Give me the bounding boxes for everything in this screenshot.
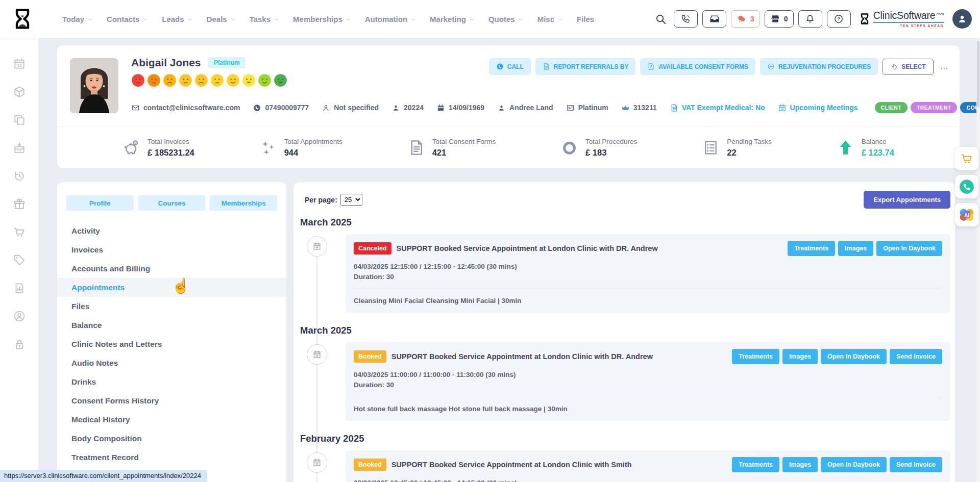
- mood-face-6[interactable]: [210, 73, 224, 87]
- open-in-daybook-button[interactable]: Open In Daybook: [876, 241, 942, 256]
- phone-button[interactable]: [674, 10, 698, 28]
- sidebar-item-files[interactable]: Files: [57, 297, 286, 316]
- consent-form-icon: [647, 63, 655, 70]
- user-avatar[interactable]: [952, 9, 972, 29]
- floating-cart-button[interactable]: [955, 147, 978, 170]
- nav-deals[interactable]: Deals: [207, 15, 236, 23]
- report-referrals-by-button[interactable]: REPORT REFERRALS BY: [535, 58, 636, 75]
- rail-calendar-icon[interactable]: 12: [13, 57, 26, 70]
- rail-tag-icon[interactable]: [13, 253, 26, 267]
- id-card-icon: [566, 104, 575, 112]
- mood-face-3[interactable]: [163, 73, 177, 87]
- nav-files[interactable]: Files: [577, 15, 594, 23]
- label-treatment[interactable]: TREATMENT: [911, 102, 958, 113]
- more-options-button[interactable]: ...: [940, 62, 948, 71]
- select-button[interactable]: SELECT: [883, 59, 934, 75]
- nav-quotes[interactable]: Quotes: [488, 15, 524, 23]
- floating-ai-button[interactable]: AI: [955, 203, 978, 226]
- sidebar-item-consent-forms-history[interactable]: Consent Forms History: [57, 391, 286, 410]
- rail-inbox-tray-icon[interactable]: [13, 141, 26, 155]
- sidebar-item-activity[interactable]: Activity: [57, 221, 286, 240]
- tab-courses[interactable]: Courses: [138, 195, 206, 211]
- sidebar-item-treatment-record[interactable]: Treatment Record: [57, 448, 286, 467]
- client-detail-contact-clinicsoftware-com: contact@clinicsoftware.com: [131, 104, 240, 112]
- export-appointments-button[interactable]: Export Appointments: [864, 191, 950, 209]
- brand-name: ClinicSoftware.com: [873, 10, 944, 21]
- svg-text:12: 12: [17, 64, 21, 67]
- search-icon[interactable]: [655, 13, 667, 25]
- nav-memberships[interactable]: Memberships: [293, 15, 351, 23]
- stat-label: Total Consent Forms: [432, 138, 496, 145]
- chat-button[interactable]: 3: [731, 10, 760, 28]
- images-button[interactable]: Images: [782, 457, 818, 472]
- hand-cursor: ☝: [172, 277, 190, 294]
- label-client[interactable]: CLIENT: [875, 102, 908, 113]
- mood-face-1[interactable]: [131, 73, 145, 87]
- mood-face-4[interactable]: [179, 73, 192, 87]
- mood-face-2[interactable]: [147, 73, 161, 87]
- mood-face-9[interactable]: [258, 73, 272, 87]
- nav-misc[interactable]: Misc: [537, 15, 563, 23]
- envelope-icon: [131, 104, 140, 112]
- nav-automation[interactable]: Automation: [365, 15, 416, 23]
- sidebar-item-drinks[interactable]: Drinks: [57, 372, 286, 391]
- app-logo-icon[interactable]: [11, 4, 34, 34]
- scrollbar-thumb[interactable]: [977, 41, 979, 107]
- notifications-button[interactable]: [798, 10, 822, 28]
- nav-contacts[interactable]: Contacts: [107, 15, 148, 23]
- rail-package-icon[interactable]: [13, 85, 26, 98]
- client-detail-text: 14/09/1969: [449, 104, 484, 112]
- store-button[interactable]: 0: [765, 10, 794, 28]
- rail-cart-icon[interactable]: [13, 225, 26, 239]
- send-invoice-button[interactable]: Send Invoice: [890, 457, 942, 472]
- nav-marketing[interactable]: Marketing: [430, 15, 475, 23]
- nav-leads[interactable]: Leads: [162, 15, 192, 23]
- sidebar-item-medical-history[interactable]: Medical History: [57, 410, 286, 429]
- client-detail-upcoming-meetings[interactable]: 12Upcoming Meetings: [778, 104, 858, 112]
- rail-gift-icon[interactable]: [13, 197, 26, 211]
- mood-face-10[interactable]: [274, 73, 287, 87]
- treatments-button[interactable]: Treatments: [732, 349, 779, 364]
- call-button[interactable]: CALL: [489, 58, 531, 75]
- per-page-select[interactable]: 25: [340, 194, 362, 206]
- images-button[interactable]: Images: [782, 349, 818, 364]
- mood-face-5[interactable]: [194, 73, 208, 87]
- stat-value: £ 185231.24: [148, 148, 194, 158]
- sidebar-item-balance[interactable]: Balance: [57, 316, 286, 335]
- open-in-daybook-button[interactable]: Open In Daybook: [821, 349, 887, 364]
- document-icon: [543, 63, 550, 70]
- svg-text:12: 12: [781, 108, 784, 110]
- treatments-button[interactable]: Treatments: [732, 457, 779, 472]
- floating-phone-button[interactable]: [955, 175, 978, 198]
- sidebar-item-invoices[interactable]: Invoices: [57, 240, 286, 259]
- rail-report-icon[interactable]: [13, 282, 26, 295]
- available-consent-forms-button[interactable]: AVAILABLE CONSENT FORMS: [640, 58, 755, 75]
- images-button[interactable]: Images: [838, 241, 873, 256]
- sidebar-item-body-composition[interactable]: Body Composition: [57, 429, 286, 448]
- nav-tasks[interactable]: Tasks: [250, 15, 279, 23]
- rail-lock-icon[interactable]: [13, 338, 26, 351]
- mood-face-8[interactable]: [242, 73, 256, 87]
- sidebar-item-audio-notes[interactable]: Audio Notes: [57, 353, 286, 372]
- mood-face-7[interactable]: [226, 73, 240, 87]
- tab-memberships[interactable]: Memberships: [210, 195, 277, 211]
- nav-today[interactable]: Today: [62, 15, 93, 23]
- scrollbar[interactable]: [976, 38, 980, 482]
- rejuvenation-procedures-button[interactable]: REJUVENATION PROCEDURES: [760, 58, 878, 75]
- user-icon: [957, 13, 968, 24]
- client-photo[interactable]: [70, 58, 118, 113]
- tab-profile[interactable]: Profile: [66, 195, 134, 211]
- rail-copy-icon[interactable]: [13, 113, 26, 126]
- brand-logo[interactable]: ClinicSoftware.com TEN STEPS AHEAD: [859, 11, 944, 28]
- rail-account-icon[interactable]: [13, 310, 26, 323]
- open-in-daybook-button[interactable]: Open In Daybook: [821, 457, 887, 472]
- sidebar-item-accounts-and-billing[interactable]: Accounts and Billing: [57, 259, 286, 278]
- rail-history-icon[interactable]: [13, 169, 26, 183]
- treatments-button[interactable]: Treatments: [788, 241, 835, 256]
- client-detail-vat-exempt-medical-no[interactable]: VAT Exempt Medical: No: [670, 104, 765, 112]
- send-invoice-button[interactable]: Send Invoice: [890, 349, 942, 364]
- sidebar-item-clinic-notes-and-letters[interactable]: Clinic Notes and Letters: [57, 335, 286, 353]
- inbox-button[interactable]: [702, 10, 726, 28]
- client-detail-text: Andree Land: [509, 104, 553, 112]
- help-button[interactable]: ?: [827, 10, 851, 28]
